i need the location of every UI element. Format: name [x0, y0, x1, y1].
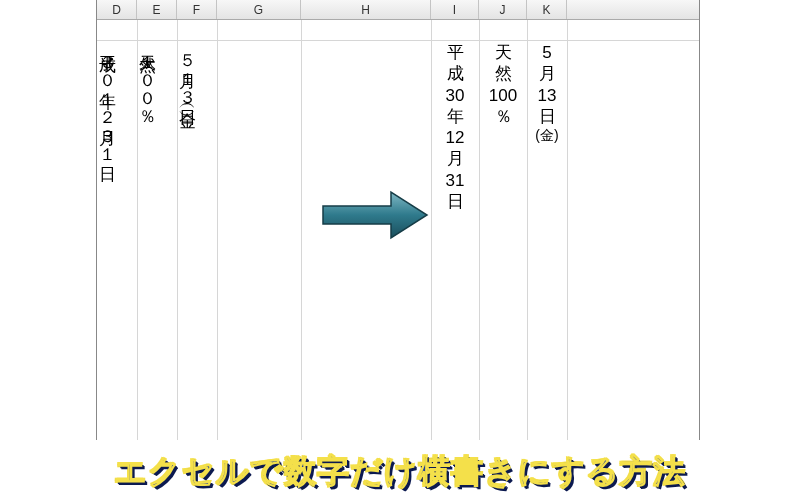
column-header[interactable]: D — [97, 0, 137, 19]
stack-char: 成 — [447, 63, 464, 84]
stack-char: 月 — [539, 63, 556, 84]
stack-paren: (金) — [535, 127, 558, 145]
stack-char: 日 — [447, 191, 464, 212]
stack-char: 31 — [446, 170, 465, 191]
column-header[interactable]: G — [217, 0, 301, 19]
col-gridline — [527, 20, 528, 440]
stack-char: 13 — [538, 85, 557, 106]
cell-f-text: ５月１３日（金） — [177, 42, 197, 101]
stack-char: 30 — [446, 85, 465, 106]
stack-char: 然 — [495, 63, 512, 84]
col-gridline — [567, 20, 568, 440]
cell-e-text: 天然１００％ — [137, 42, 157, 116]
column-header[interactable]: K — [527, 0, 567, 19]
col-gridline — [431, 20, 432, 440]
excel-frame: DEFGHIJK 平成３０年１２月３１日 天然１００％ ５月１３日（金） 平成3… — [96, 0, 700, 440]
col-gridline — [301, 20, 302, 440]
column-header[interactable]: J — [479, 0, 527, 19]
column-header[interactable]: I — [431, 0, 479, 19]
column-header[interactable]: F — [177, 0, 217, 19]
column-header[interactable]: H — [301, 0, 431, 19]
stack-char: 100 — [489, 85, 517, 106]
cell-f: ５月１３日（金） — [177, 40, 217, 101]
row-gridline — [97, 40, 699, 41]
col-gridline — [217, 20, 218, 440]
column-header-row: DEFGHIJK — [97, 0, 699, 20]
grid-body: 平成３０年１２月３１日 天然１００％ ５月１３日（金） 平成30年12月31日 … — [97, 20, 699, 440]
stack-char: 12 — [446, 127, 465, 148]
col-gridline — [177, 20, 178, 440]
cell-k: 5月13日(金) — [527, 40, 567, 145]
cell-j: 天然100％ — [479, 40, 527, 127]
cell-i-stack: 平成30年12月31日 — [431, 42, 479, 212]
arrow-icon — [321, 188, 431, 242]
stack-char: 5 — [542, 42, 551, 63]
column-header[interactable]: E — [137, 0, 177, 19]
cell-e: 天然１００％ — [137, 40, 177, 116]
cell-d-text: 平成３０年１２月３１日 — [97, 42, 117, 155]
stack-char: 天 — [495, 42, 512, 63]
stack-char: ％ — [495, 106, 512, 127]
cell-j-stack: 天然100％ — [479, 42, 527, 127]
cell-k-stack: 5月13日(金) — [527, 42, 567, 145]
stack-char: 平 — [447, 42, 464, 63]
col-gridline — [137, 20, 138, 440]
col-gridline — [479, 20, 480, 440]
stack-char: 年 — [447, 106, 464, 127]
stack-char: 日 — [539, 106, 556, 127]
cell-d: 平成３０年１２月３１日 — [97, 40, 137, 155]
caption: エクセルで数字だけ横書きにする方法 — [0, 450, 800, 494]
stack-char: 月 — [447, 148, 464, 169]
cell-i: 平成30年12月31日 — [431, 40, 479, 212]
svg-marker-0 — [323, 192, 427, 238]
